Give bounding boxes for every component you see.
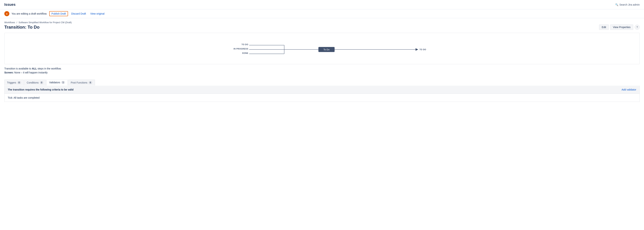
validators-header-text: The transition requires the following cr… xyxy=(8,88,74,91)
tab-conditions-label: Conditions xyxy=(27,81,39,84)
breadcrumb: Workflows / Software Simplified Workflow… xyxy=(4,21,640,24)
tab-post-functions-badge: 6 xyxy=(88,81,92,84)
svg-text:TO DO: TO DO xyxy=(242,43,248,46)
validator-row: Tick: All tasks are completed xyxy=(4,94,640,102)
tabs-row: Triggers 0 Conditions 0 Validators 1 Pos… xyxy=(0,77,644,86)
screen-label: Screen: xyxy=(4,71,14,74)
publish-draft-button[interactable]: Publish Draft xyxy=(49,11,68,16)
tab-triggers[interactable]: Triggers 0 xyxy=(4,80,24,86)
view-original-button[interactable]: View original xyxy=(89,12,106,16)
tab-validators-badge: 1 xyxy=(61,81,65,84)
page-title-row: Transition: To Do Edit View Properties ? xyxy=(4,24,640,30)
transition-info: Transition is available to ALL steps in … xyxy=(0,67,644,77)
tab-post-functions-label: Post Functions xyxy=(71,81,88,84)
search-jira-admin-button[interactable]: 🔍 Search Jira admin xyxy=(615,3,640,6)
breadcrumb-separator: / xyxy=(16,21,17,24)
breadcrumb-workflows-link[interactable]: Workflows xyxy=(4,21,15,24)
tab-validators[interactable]: Validators 1 xyxy=(46,79,68,86)
svg-text:DONE: DONE xyxy=(242,52,248,54)
page-title: Transition: To Do xyxy=(4,25,40,30)
tab-conditions[interactable]: Conditions 0 xyxy=(24,80,46,86)
tab-conditions-badge: 0 xyxy=(40,81,44,84)
screen-value: None – it will happen instantly xyxy=(14,71,48,74)
discard-draft-button[interactable]: Discard Draft xyxy=(70,12,87,16)
validators-header: The transition requires the following cr… xyxy=(4,86,640,94)
screen-info: Screen: None – it will happen instantly xyxy=(4,71,640,74)
tab-content-validators: The transition requires the following cr… xyxy=(4,86,640,102)
edit-button[interactable]: Edit xyxy=(599,24,609,30)
tab-triggers-badge: 0 xyxy=(17,81,21,84)
tab-validators-label: Validators xyxy=(49,81,60,84)
svg-text:To Do: To Do xyxy=(324,48,330,51)
validator-row-text: Tick: All tasks are completed xyxy=(8,96,40,99)
top-nav: Issues 🔍 Search Jira admin xyxy=(0,0,644,9)
workflow-diagram-svg: TO DO IN PROGRESS DONE To Do TO DO xyxy=(12,38,632,59)
draft-message: You are editing a draft workflow. xyxy=(12,12,47,15)
search-icon: 🔍 xyxy=(615,3,618,6)
workflow-diagram-container: TO DO IN PROGRESS DONE To Do TO DO xyxy=(4,33,640,64)
help-icon-button[interactable]: ? xyxy=(635,25,640,30)
view-properties-button[interactable]: View Properties xyxy=(610,24,633,30)
page-title-actions: Edit View Properties ? xyxy=(599,24,640,30)
svg-text:IN PROGRESS: IN PROGRESS xyxy=(234,48,248,50)
draft-banner: ● You are editing a draft workflow. Publ… xyxy=(0,9,644,18)
breadcrumb-current: Software Simplified Workflow for Project… xyxy=(18,21,72,24)
tab-post-functions[interactable]: Post Functions 6 xyxy=(68,80,95,86)
svg-text:TO DO: TO DO xyxy=(420,48,426,50)
search-jira-admin-label: Search Jira admin xyxy=(619,3,640,6)
transition-availability: Transition is available to ALL steps in … xyxy=(4,67,640,70)
svg-marker-11 xyxy=(416,48,418,51)
tab-triggers-label: Triggers xyxy=(7,81,16,84)
app-title: Issues xyxy=(4,2,16,7)
draft-avatar: ● xyxy=(4,11,9,16)
page-header: Workflows / Software Simplified Workflow… xyxy=(0,18,644,30)
draft-avatar-icon: ● xyxy=(6,12,8,15)
add-validator-button[interactable]: Add validator xyxy=(622,88,636,91)
